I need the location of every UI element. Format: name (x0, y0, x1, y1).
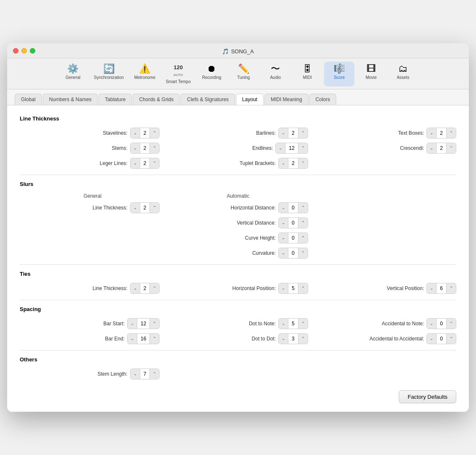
ties-hp-decrement[interactable]: ⌄ (279, 283, 288, 293)
stavelines-stepper[interactable]: ⌄ 2 ⌃ (130, 128, 160, 139)
atn-decrement[interactable]: ⌄ (427, 319, 436, 329)
dtn-decrement[interactable]: ⌄ (279, 319, 288, 329)
stem-length-stepper[interactable]: ⌄ 7 ⌃ (130, 369, 160, 379)
toolbar-item-synchronization[interactable]: 🔄 Synchronization (90, 62, 128, 86)
slurs-vd-decrement[interactable]: ⌄ (279, 218, 288, 228)
endlines-increment[interactable]: ⌃ (298, 143, 308, 153)
dtd-increment[interactable]: ⌃ (298, 334, 308, 344)
bar-end-decrement[interactable]: ⌄ (128, 334, 137, 344)
crescendi-decrement[interactable]: ⌄ (427, 143, 436, 153)
crescendi-stepper[interactable]: ⌄ 2 ⌃ (426, 143, 456, 154)
slurs-line-thickness-stepper[interactable]: ⌄ 2 ⌃ (130, 202, 160, 213)
leger-lines-decrement[interactable]: ⌄ (131, 158, 140, 168)
factory-defaults-button[interactable]: Factory Defaults (399, 390, 456, 403)
text-boxes-decrement[interactable]: ⌄ (427, 128, 436, 138)
toolbar-item-recording[interactable]: ⏺ Recording (196, 62, 227, 86)
bar-start-increment[interactable]: ⌃ (150, 319, 159, 329)
bar-start-label: Bar Start: (103, 321, 125, 327)
slurs-curv-decrement[interactable]: ⌄ (279, 248, 288, 258)
toolbar-item-movie[interactable]: 🎞 Movie (356, 62, 386, 86)
text-boxes-increment[interactable]: ⌃ (447, 128, 456, 138)
stavelines-increment[interactable]: ⌃ (150, 128, 159, 138)
close-button[interactable] (13, 48, 18, 53)
sl-decrement[interactable]: ⌄ (131, 369, 140, 379)
ties-title: Ties (20, 271, 456, 277)
dtn-increment[interactable]: ⌃ (298, 319, 308, 329)
toolbar-item-metronome[interactable]: ⚠️ Metronome (130, 62, 160, 86)
tuplet-brackets-stepper[interactable]: ⌄ 2 ⌃ (278, 158, 308, 169)
ties-hp-stepper[interactable]: ⌄ 5 ⌃ (278, 283, 308, 294)
text-boxes-stepper[interactable]: ⌄ 2 ⌃ (426, 128, 456, 139)
tab-clefs-signatures[interactable]: Clefs & Signatures (180, 94, 235, 105)
ties-vp-decrement[interactable]: ⌄ (427, 283, 436, 293)
ata-increment[interactable]: ⌃ (447, 334, 456, 344)
tab-colors[interactable]: Colors (309, 94, 337, 105)
barlines-increment[interactable]: ⌃ (298, 128, 308, 138)
tuplet-brackets-increment[interactable]: ⌃ (298, 158, 308, 168)
bar-start-stepper[interactable]: ⌄ 12 ⌃ (127, 318, 160, 329)
toolbar-item-smart-tempo[interactable]: 120AUTO Smart Tempo (162, 62, 195, 86)
endlines-stepper[interactable]: ⌄ 12 ⌃ (275, 143, 308, 154)
tab-tablature[interactable]: Tablature (99, 94, 132, 105)
tab-numbers-names[interactable]: Numbers & Names (43, 94, 98, 105)
crescendi-value: 2 (436, 143, 447, 153)
ties-section: Ties Line Thickness: ⌄ 2 ⌃ Horizontal Po… (20, 271, 456, 294)
atn-stepper[interactable]: ⌄ 0 ⌃ (426, 318, 456, 329)
bar-start-decrement[interactable]: ⌄ (128, 319, 137, 329)
tuplet-brackets-decrement[interactable]: ⌄ (279, 158, 288, 168)
minimize-button[interactable] (21, 48, 27, 53)
slurs-ch-increment[interactable]: ⌃ (298, 233, 308, 243)
others-col2 (168, 369, 308, 379)
tab-midi-meaning[interactable]: MIDI Meaning (264, 94, 309, 105)
sl-increment[interactable]: ⌃ (150, 369, 159, 379)
toolbar-item-tuning[interactable]: ✏️ Tuning (228, 62, 259, 86)
dtd-stepper[interactable]: ⌄ 3 ⌃ (278, 333, 308, 344)
leger-lines-stepper[interactable]: ⌄ 2 ⌃ (130, 158, 160, 169)
stems-stepper[interactable]: ⌄ 2 ⌃ (130, 143, 160, 154)
toolbar-item-audio[interactable]: 〜 Audio (260, 62, 290, 86)
ties-lt-increment[interactable]: ⌃ (150, 283, 159, 293)
slurs-lt-decrement[interactable]: ⌄ (131, 203, 140, 213)
tab-layout[interactable]: Layout (236, 94, 264, 105)
stems-increment[interactable]: ⌃ (150, 143, 159, 153)
toolbar-item-general[interactable]: ⚙️ General (58, 62, 88, 86)
stems-decrement[interactable]: ⌄ (131, 143, 140, 153)
slurs-lt-increment[interactable]: ⌃ (150, 203, 159, 213)
ata-decrement[interactable]: ⌄ (427, 334, 436, 344)
toolbar-item-midi[interactable]: 🎛 MIDI (292, 62, 322, 86)
dtd-decrement[interactable]: ⌄ (279, 334, 288, 344)
slurs-ch-stepper[interactable]: ⌄ 0 ⌃ (278, 233, 308, 243)
dot-to-note-stepper[interactable]: ⌄ 5 ⌃ (278, 318, 308, 329)
crescendi-increment[interactable]: ⌃ (447, 143, 456, 153)
bar-end-increment[interactable]: ⌃ (150, 334, 159, 344)
barlines-stepper[interactable]: ⌄ 2 ⌃ (278, 128, 308, 139)
ata-stepper[interactable]: ⌄ 0 ⌃ (426, 333, 456, 344)
ties-lt-decrement[interactable]: ⌄ (131, 283, 140, 293)
gear-icon: ⚙️ (67, 64, 78, 73)
ties-vp-stepper[interactable]: ⌄ 6 ⌃ (426, 283, 456, 294)
slurs-curv-stepper[interactable]: ⌄ 0 ⌃ (278, 248, 308, 259)
metronome-icon: ⚠️ (139, 64, 150, 73)
maximize-button[interactable] (30, 48, 35, 53)
stavelines-decrement[interactable]: ⌄ (131, 128, 140, 138)
ties-lt-stepper[interactable]: ⌄ 2 ⌃ (130, 283, 160, 294)
slurs-horiz-dist-stepper[interactable]: ⌄ 0 ⌃ (278, 202, 308, 213)
toolbar-item-score[interactable]: 🎼 Score (324, 62, 354, 86)
slurs-vert-dist-stepper[interactable]: ⌄ 0 ⌃ (278, 217, 308, 228)
barlines-decrement[interactable]: ⌄ (279, 128, 288, 138)
slurs-row1-col3 (316, 202, 456, 213)
bar-end-stepper[interactable]: ⌄ 16 ⌃ (127, 333, 160, 344)
slurs-hd-decrement[interactable]: ⌄ (279, 203, 288, 213)
slurs-vd-increment[interactable]: ⌃ (298, 218, 308, 228)
slurs-curv-increment[interactable]: ⌃ (298, 248, 308, 258)
tab-chords-grids[interactable]: Chords & Grids (133, 94, 180, 105)
tab-global[interactable]: Global (15, 94, 42, 105)
slurs-ch-decrement[interactable]: ⌄ (279, 233, 288, 243)
leger-lines-increment[interactable]: ⌃ (150, 158, 159, 168)
slurs-hd-increment[interactable]: ⌃ (298, 203, 308, 213)
atn-increment[interactable]: ⌃ (447, 319, 456, 329)
toolbar-item-assets[interactable]: 🗂 Assets (388, 62, 418, 86)
ties-vp-increment[interactable]: ⌃ (447, 283, 456, 293)
endlines-decrement[interactable]: ⌄ (276, 143, 285, 153)
ties-hp-increment[interactable]: ⌃ (298, 283, 308, 293)
